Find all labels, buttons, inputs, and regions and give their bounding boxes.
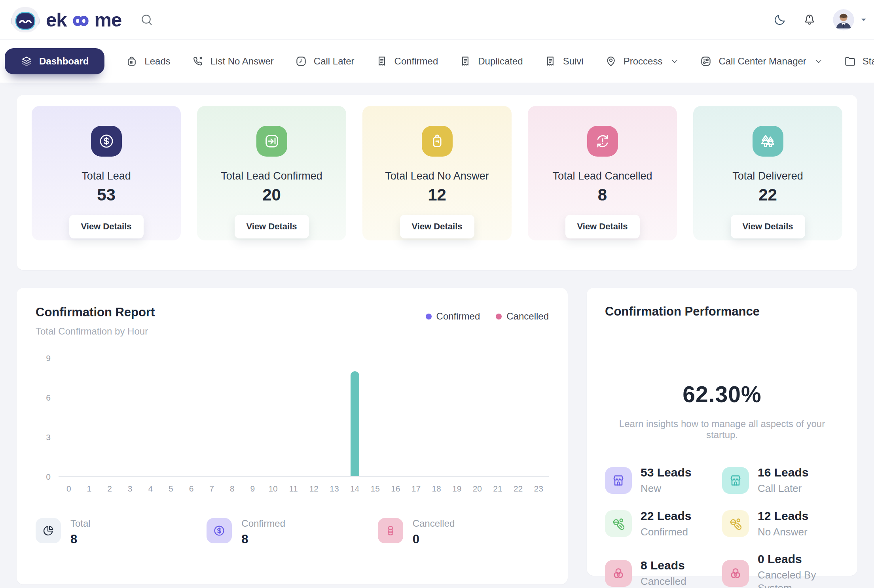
main-content: Total Lead 53 View Details Total Lead Co… [0, 83, 874, 584]
view-details-button[interactable]: View Details [235, 215, 309, 238]
x-axis-tick: 21 [487, 484, 508, 493]
performance-percentage: 62.30% [605, 381, 839, 407]
storefront-icon [722, 467, 749, 494]
lead-value: 53 Leads [641, 466, 691, 479]
lead-item-cancelled: 8 Leads Cancelled [605, 552, 722, 588]
legend-dot-cancelled-icon [496, 314, 502, 320]
bar-chart: 0369 [36, 358, 549, 477]
nav-item-confirmed[interactable]: Confirmed [376, 55, 438, 67]
total-item-confirmed: Confirmed 8 [207, 518, 377, 546]
storefront-icon [605, 467, 632, 494]
nav-item-call-center-manager[interactable]: Call Center Manager [700, 55, 822, 67]
stats-panel: Total Lead 53 View Details Total Lead Co… [17, 95, 857, 270]
stat-card-title: Total Lead [82, 170, 131, 182]
confirmation-report-title: Confirmation Report [36, 305, 155, 320]
x-axis-tick: 15 [365, 484, 385, 493]
view-details-button[interactable]: View Details [400, 215, 474, 238]
clock-icon [295, 55, 307, 67]
nav-item-dashboard[interactable]: Dashboard [5, 48, 104, 74]
performance-description: Learn insights how to manage all aspects… [605, 418, 839, 441]
lead-item-confirmed: 22 Leads Confirmed [605, 509, 722, 539]
avatar[interactable] [833, 9, 854, 30]
x-axis-tick: 22 [508, 484, 529, 493]
nav-item-leads[interactable]: Leads [126, 55, 170, 67]
robot-logo-icon [10, 6, 40, 33]
dark-mode-moon-icon[interactable] [774, 13, 786, 26]
logo-text-prefix: ek [46, 9, 67, 31]
x-axis-tick: 13 [324, 484, 345, 493]
stat-card-value: 12 [428, 185, 446, 204]
legend-item-cancelled[interactable]: Cancelled [496, 311, 549, 322]
lead-label: New [641, 482, 691, 495]
lead-item-call-later: 16 Leads Call Later [722, 466, 839, 495]
nav-item-list-no-answer[interactable]: List No Answer [192, 55, 274, 67]
lead-label: No Answer [758, 526, 808, 539]
stat-card-title: Total Lead Cancelled [552, 170, 652, 182]
stat-card-title: Total Delivered [732, 170, 803, 182]
lead-item-new: 53 Leads New [605, 466, 722, 495]
dollar-circle-icon [91, 126, 122, 157]
x-axis-tick: 18 [426, 484, 447, 493]
nav-item-label: List No Answer [210, 56, 274, 67]
stat-card-total-lead: Total Lead 53 View Details [32, 106, 181, 240]
nav-item-suivi[interactable]: Suivi [544, 55, 584, 67]
x-axis-tick: 10 [263, 484, 283, 493]
logo-text-suffix: me [95, 9, 122, 31]
nav-item-proccess[interactable]: Proccess [605, 55, 679, 67]
lead-value: 8 Leads [641, 559, 686, 572]
lead-label: Cancelled [641, 575, 686, 588]
x-axis-tick: 7 [201, 484, 222, 493]
three-circles-icon [722, 560, 749, 587]
three-circles-icon [605, 560, 632, 587]
coins-icon [378, 518, 403, 543]
user-menu-caret-icon[interactable] [861, 18, 867, 22]
login-arrow-icon [256, 126, 287, 157]
nav-item-label: Call Later [314, 56, 355, 67]
view-details-button[interactable]: View Details [69, 215, 144, 238]
user-menu[interactable] [833, 9, 867, 30]
pills-icon [722, 510, 749, 537]
legend-label: Confirmed [436, 311, 480, 322]
lead-value: 16 Leads [758, 466, 808, 479]
total-label: Total [70, 518, 91, 529]
receipt-icon [376, 55, 388, 67]
lead-label: Call Later [758, 482, 808, 495]
pie-icon [36, 518, 61, 543]
leads-grid: 53 Leads New 16 Leads [605, 466, 839, 588]
y-axis-tick: 3 [46, 433, 51, 442]
x-axis-tick: 12 [304, 484, 324, 493]
x-axis-tick: 3 [120, 484, 140, 493]
stat-card-value: 20 [262, 185, 281, 204]
logo[interactable]: ek me [10, 6, 121, 33]
x-axis-tick: 19 [447, 484, 467, 493]
receipt-icon [544, 55, 556, 67]
report-totals: Total 8 Confirmed 8 [36, 518, 549, 546]
lead-value: 22 Leads [641, 509, 691, 523]
stat-card-total-lead-no-answer: Total Lead No Answer 12 View Details [362, 106, 512, 240]
view-details-button[interactable]: View Details [565, 215, 640, 238]
header: ek me [0, 0, 874, 40]
total-item-cancelled: Cancelled 0 [378, 518, 549, 546]
view-details-button[interactable]: View Details [731, 215, 805, 238]
chart-plot [59, 358, 549, 477]
nav-item-statistics[interactable]: Statistics [844, 55, 874, 67]
nav-item-duplicated[interactable]: Duplicated [459, 55, 523, 67]
lead-item-canceled-by-system: 0 Leads Canceled By System [722, 552, 839, 588]
notifications-bell-icon[interactable] [803, 13, 816, 26]
trees-icon [753, 126, 783, 157]
lead-item-no-answer: 12 Leads No Answer [722, 509, 839, 539]
confirmation-report-card: Confirmation Report Total Confirmation b… [17, 288, 568, 584]
search-icon[interactable] [140, 13, 154, 27]
lead-value: 12 Leads [758, 509, 808, 523]
nav-item-call-later[interactable]: Call Later [295, 55, 355, 67]
chart-bar-confirmed-hour-14[interactable] [351, 371, 359, 476]
x-axis-tick: 2 [99, 484, 120, 493]
y-axis-tick: 6 [46, 393, 51, 403]
phone-x-icon [192, 55, 204, 67]
performance-title: Confirmation Performance [605, 304, 839, 319]
legend-item-confirmed[interactable]: Confirmed [426, 311, 480, 322]
lead-value: 0 Leads [758, 552, 839, 566]
chevron-down-icon [671, 57, 679, 65]
x-axis-tick: 23 [528, 484, 549, 493]
legend-dot-confirmed-icon [426, 314, 432, 320]
